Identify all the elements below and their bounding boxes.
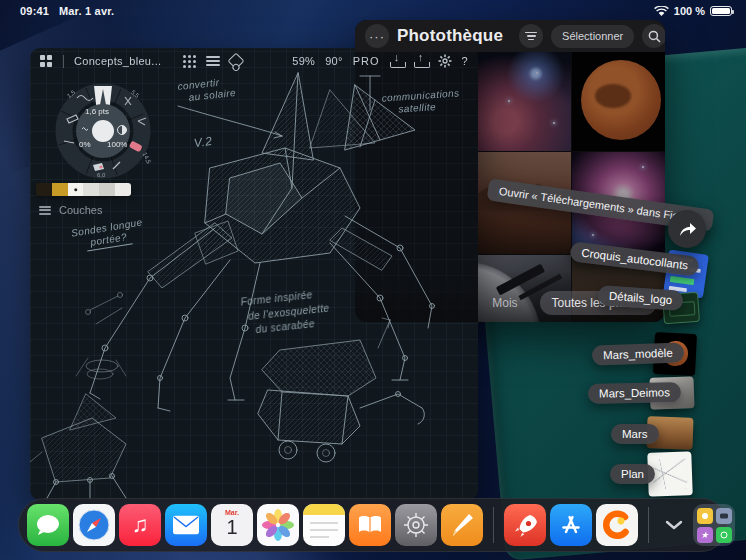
app-library-tile: ★ (697, 527, 713, 543)
calendar-month: Mar. (211, 509, 253, 516)
swatch-gray-1[interactable] (83, 183, 99, 196)
dock-app-sketch-pen[interactable] (441, 504, 483, 546)
dock-app-photos[interactable] (257, 504, 299, 546)
dock-divider (648, 507, 649, 543)
status-time: 09:41 (20, 5, 49, 17)
select-button[interactable]: Sélectionner (551, 25, 634, 48)
dock: ♫ Mar. 1 (18, 498, 728, 552)
pen-icon (447, 510, 477, 540)
dock-recent-rocket-app[interactable] (504, 504, 546, 546)
swatch-gray-2[interactable] (99, 183, 115, 196)
dock-divider (493, 507, 494, 543)
dock-app-messages[interactable] (27, 504, 69, 546)
pro-badge[interactable]: PRO (353, 55, 380, 67)
dragged-file-label[interactable]: Mars (611, 424, 659, 444)
selection-tool-icon[interactable] (228, 53, 245, 70)
app-store-icon (557, 511, 585, 539)
dock-app-music[interactable]: ♫ (119, 504, 161, 546)
zoom-level[interactable]: 59% (292, 55, 315, 67)
document-title[interactable]: Concepts_bleu... (74, 55, 161, 67)
more-label: ··· (369, 29, 385, 44)
search-button[interactable] (642, 24, 665, 48)
dock-app-safari[interactable] (73, 504, 115, 546)
export-icon[interactable]: ↑ (414, 55, 428, 68)
safari-icon (77, 508, 111, 542)
messages-icon (35, 513, 61, 537)
divider (63, 55, 64, 68)
photos-flower-icon (261, 508, 295, 542)
dragged-file-label[interactable]: Mars_Deimos (588, 382, 681, 404)
dock-app-library[interactable]: ★ (693, 504, 735, 546)
more-button[interactable]: ··· (365, 24, 389, 48)
layers-icon[interactable] (206, 54, 220, 68)
app-library-tile (716, 508, 732, 524)
annotation-version: V.2 (193, 135, 213, 151)
concepts-window: convertir au solaire communications sate… (30, 48, 478, 500)
layers-list-icon (39, 204, 51, 217)
settings-gears-icon (401, 510, 431, 540)
filter-button[interactable] (519, 24, 543, 48)
grid-settings-icon[interactable] (183, 55, 196, 68)
opacity-max: 100% (107, 140, 127, 149)
rotation-value[interactable]: 90° (325, 55, 343, 67)
battery-icon (710, 6, 732, 16)
select-label: Sélectionner (562, 30, 623, 42)
photos-title: Photothèque (397, 26, 503, 46)
dock-app-calendar[interactable]: Mar. 1 (211, 504, 253, 546)
wifi-icon (654, 6, 669, 17)
share-button[interactable] (668, 210, 706, 248)
settings-gear-icon[interactable] (438, 54, 452, 68)
dock-app-notes[interactable] (303, 504, 345, 546)
swatch-gold[interactable] (52, 183, 68, 196)
preset-size: 6,0 (97, 172, 105, 178)
layers-label: Couches (59, 204, 102, 216)
dock-recent-app-store[interactable] (550, 504, 592, 546)
dock-app-books[interactable] (349, 504, 391, 546)
import-icon[interactable]: ↓ (390, 55, 404, 68)
books-icon (357, 515, 383, 535)
concepts-toolbar: Concepts_bleu... 59% 90° PRO ↓ ↑ ? (30, 48, 478, 74)
dragged-file-label[interactable]: Mars_modèle (592, 342, 684, 365)
share-arrow-icon (677, 220, 697, 238)
opacity-min: 0% (79, 140, 91, 149)
dragged-file-label[interactable]: Plan (610, 464, 655, 484)
calendar-day: 1 (211, 516, 253, 539)
chevron-down-icon (665, 520, 683, 530)
app-library-tile (697, 508, 713, 524)
battery-percent: 100 % (674, 5, 705, 17)
dock-collapse-button[interactable] (659, 504, 689, 546)
music-note-icon: ♫ (132, 512, 149, 538)
swatch-white-selected[interactable] (68, 183, 84, 196)
concepts-c-icon (601, 509, 633, 541)
rocket-icon (511, 511, 539, 539)
layers-panel-toggle[interactable]: Couches (39, 204, 102, 217)
status-date: Mar. 1 avr. (59, 5, 114, 17)
dock-app-settings[interactable] (395, 504, 437, 546)
color-swatch-bar[interactable] (36, 183, 131, 196)
tab-mois[interactable]: Mois (480, 291, 529, 315)
help-button[interactable]: ? (462, 55, 468, 67)
search-icon (648, 30, 661, 43)
gallery-icon[interactable] (40, 55, 53, 68)
dock-recent-concepts-app[interactable] (596, 504, 638, 546)
tool-wheel[interactable]: 1,6 pts 0% 100% 1,5 5,5 14,5 6,0 (55, 83, 151, 179)
app-library-tile (716, 527, 732, 543)
swatch-dark[interactable] (36, 183, 52, 196)
dock-app-mail[interactable] (165, 504, 207, 546)
filter-icon (525, 30, 537, 43)
ipad-screen: 09:41 Mar. 1 avr. 100 % ··· Photothèque (0, 0, 746, 560)
swatch-gray-3[interactable] (115, 183, 131, 196)
mail-icon (173, 516, 199, 535)
notes-header (303, 504, 345, 515)
stroke-size-value: 1,6 pts (85, 107, 109, 116)
